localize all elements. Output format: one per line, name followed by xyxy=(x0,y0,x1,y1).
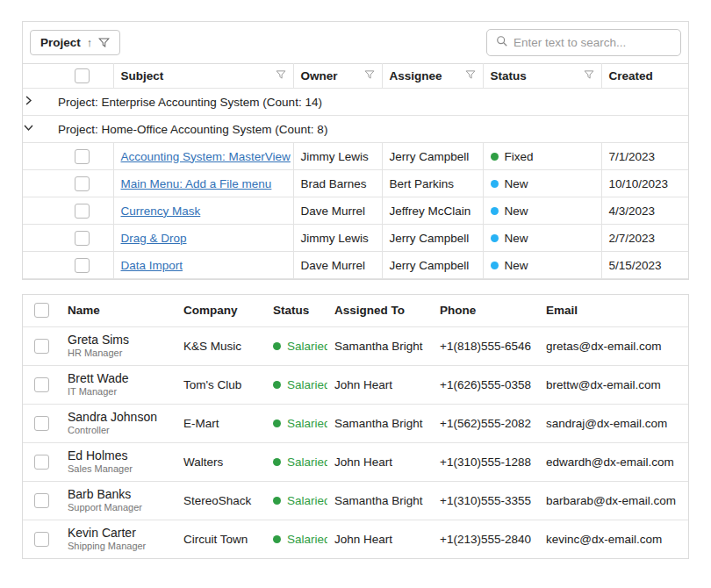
table-row[interactable]: Data Import Dave Murrel Jerry Campbell N… xyxy=(23,252,688,279)
group-row[interactable]: Project: Enterprise Accounting System (C… xyxy=(23,89,688,116)
email-cell: gretas@dx-email.com xyxy=(539,326,688,365)
table-row[interactable]: Sandra Johnson Controller E-Mart Salarie… xyxy=(23,404,688,442)
table-row[interactable]: Greta Sims HR Manager K&S Music Salaried… xyxy=(23,326,688,365)
created-cell: 10/10/2023 xyxy=(601,170,688,197)
assigned-to-cell: John Heart xyxy=(327,365,433,404)
row-checkbox[interactable] xyxy=(75,149,90,164)
subject-link[interactable]: Data Import xyxy=(121,259,183,272)
issues-grid: Project ↑ Subject xyxy=(22,21,689,280)
table-row[interactable]: Drag & Drop Jimmy Lewis Jerry Campbell N… xyxy=(23,225,688,252)
row-checkbox[interactable] xyxy=(34,493,49,508)
status-dot xyxy=(273,419,281,427)
status-label: Salaried xyxy=(287,417,327,430)
assignee-cell: Bert Parkins xyxy=(382,170,483,197)
table-row[interactable]: Main Menu: Add a File menu Brad Barnes B… xyxy=(23,170,688,197)
created-cell: 5/15/2023 xyxy=(601,252,688,279)
company-cell: Walters xyxy=(176,442,266,481)
phone-cell: +1(310)555-1288 xyxy=(433,442,539,481)
table-row[interactable]: Kevin Carter Shipping Manager Circuit To… xyxy=(23,520,688,558)
select-all-checkbox[interactable] xyxy=(34,303,49,318)
assigned-to-cell: John Heart xyxy=(327,520,433,558)
subject-link[interactable]: Drag & Drop xyxy=(121,232,187,245)
status-dot xyxy=(273,535,281,543)
subject-link[interactable]: Main Menu: Add a File menu xyxy=(121,177,272,190)
column-header-phone[interactable]: Phone xyxy=(433,295,539,326)
column-header-subject[interactable]: Subject xyxy=(113,64,293,89)
filter-icon[interactable] xyxy=(364,69,375,82)
employee-name: Ed Holmes xyxy=(68,448,169,463)
column-header-status[interactable]: Status xyxy=(483,64,601,89)
row-checkbox[interactable] xyxy=(75,258,90,273)
employee-title: Sales Manager xyxy=(68,463,169,475)
filter-icon[interactable] xyxy=(276,69,286,82)
issues-table: Subject Owner Assignee Status Cr xyxy=(23,63,688,279)
column-header-assignee[interactable]: Assignee xyxy=(382,64,483,89)
column-header-name[interactable]: Name xyxy=(61,295,176,326)
search-box[interactable] xyxy=(486,29,681,56)
subject-link[interactable]: Currency Mask xyxy=(121,204,201,218)
status-dot xyxy=(273,497,281,505)
company-cell: StereoShack xyxy=(176,481,266,520)
created-cell: 4/3/2023 xyxy=(601,197,688,225)
phone-cell: +1(213)555-2840 xyxy=(433,520,539,558)
company-cell: Circuit Town xyxy=(176,520,266,558)
row-checkbox[interactable] xyxy=(75,176,90,191)
filter-icon[interactable] xyxy=(584,69,594,82)
grid-toolbar: Project ↑ xyxy=(23,22,688,63)
column-header-email[interactable]: Email xyxy=(539,295,688,326)
row-checkbox[interactable] xyxy=(34,532,49,547)
subject-link[interactable]: Accounting System: MasterView xyxy=(121,150,291,163)
email-cell: kevinc@dx-email.com xyxy=(539,520,688,558)
collapse-chevron-down-icon[interactable] xyxy=(23,122,34,133)
table-row[interactable]: Ed Holmes Sales Manager Walters Salaried… xyxy=(23,442,688,481)
row-checkbox[interactable] xyxy=(34,416,49,431)
header-row: Subject Owner Assignee Status Cr xyxy=(23,64,688,89)
assigned-to-cell: Samantha Bright xyxy=(327,481,433,520)
status-label: Salaried xyxy=(287,533,327,546)
filter-icon[interactable] xyxy=(98,37,110,48)
row-checkbox[interactable] xyxy=(75,204,90,219)
column-header-owner[interactable]: Owner xyxy=(293,64,382,89)
column-header-created[interactable]: Created xyxy=(601,64,688,89)
row-checkbox[interactable] xyxy=(34,339,49,354)
select-all-checkbox[interactable] xyxy=(75,68,90,83)
status-dot xyxy=(273,381,281,389)
email-cell: brettw@dx-email.com xyxy=(539,365,688,404)
phone-cell: +1(562)555-2082 xyxy=(433,404,539,442)
email-cell: sandraj@dx-email.com xyxy=(539,404,688,442)
assignee-cell: Jerry Campbell xyxy=(382,252,483,279)
search-input[interactable] xyxy=(514,36,672,49)
row-checkbox[interactable] xyxy=(75,231,90,246)
row-checkbox[interactable] xyxy=(34,377,49,392)
email-cell: barbarab@dx-email.com xyxy=(539,481,688,520)
owner-cell: Jimmy Lewis xyxy=(293,225,382,252)
assigned-to-cell: Samantha Bright xyxy=(327,404,433,442)
table-row[interactable]: Brett Wade IT Manager Tom's Club Salarie… xyxy=(23,365,688,404)
assigned-to-cell: John Heart xyxy=(327,442,433,481)
column-header-company[interactable]: Company xyxy=(176,295,266,326)
expand-chevron-right-icon[interactable] xyxy=(23,95,34,106)
employee-name: Kevin Carter xyxy=(68,526,169,541)
group-panel-chip-project[interactable]: Project ↑ xyxy=(30,30,120,55)
group-row-label: Project: Home-Office Accounting System (… xyxy=(51,116,688,143)
status-label: Salaried xyxy=(287,378,327,391)
status-dot xyxy=(491,234,499,242)
status-dot xyxy=(491,207,499,215)
status-label: New xyxy=(505,232,528,245)
status-dot xyxy=(491,262,499,269)
column-header-status[interactable]: Status xyxy=(266,295,327,326)
row-checkbox[interactable] xyxy=(34,455,49,470)
status-label: New xyxy=(505,177,528,190)
table-row[interactable]: Barb Banks Support Manager StereoShack S… xyxy=(23,481,688,520)
company-cell: K&S Music xyxy=(176,326,266,365)
filter-icon[interactable] xyxy=(465,69,476,82)
status-label: Salaried xyxy=(287,455,327,469)
group-row-label: Project: Enterprise Accounting System (C… xyxy=(51,89,688,116)
group-row[interactable]: Project: Home-Office Accounting System (… xyxy=(23,116,688,143)
employees-table: Name Company Status Assigned To Phone Em… xyxy=(23,295,688,558)
phone-cell: +1(310)555-3355 xyxy=(433,481,539,520)
table-row[interactable]: Accounting System: MasterView Jimmy Lewi… xyxy=(23,143,688,170)
column-header-assigned-to[interactable]: Assigned To xyxy=(327,295,433,326)
table-row[interactable]: Currency Mask Dave Murrel Jeffrey McClai… xyxy=(23,197,688,225)
status-label: New xyxy=(505,204,528,218)
